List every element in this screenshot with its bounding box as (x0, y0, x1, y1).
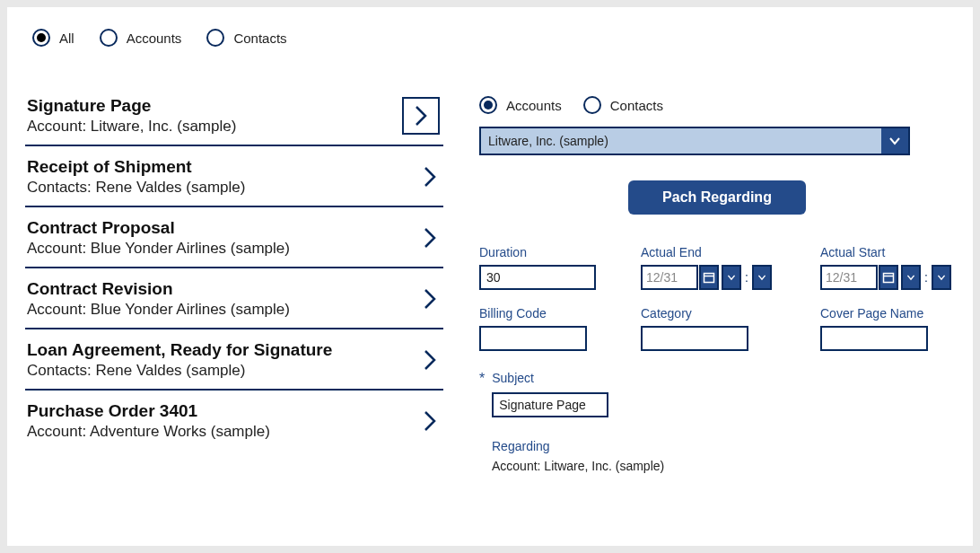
list-item-subtitle: Account: Litware, Inc. (sample) (27, 118, 395, 136)
chevron-right-icon (420, 225, 440, 250)
actual-start-date-input[interactable]: 12/31 (820, 265, 878, 290)
regarding-block: Regarding Account: Litware, Inc. (sample… (492, 439, 955, 473)
svg-rect-2 (884, 274, 894, 283)
filter-accounts-label: Accounts (127, 31, 182, 46)
filter-all-radio[interactable]: All (32, 29, 74, 47)
subject-input[interactable] (492, 392, 608, 417)
cover-page-input[interactable] (820, 326, 928, 351)
radio-icon (583, 96, 601, 114)
filter-all-label: All (59, 31, 74, 46)
subject-label: Subject (492, 371, 608, 385)
chevron-right-icon (420, 164, 440, 189)
chevron-right-icon (420, 347, 440, 373)
list-item[interactable]: Contract Revision Account: Blue Yonder A… (25, 268, 443, 329)
actual-start-field: Actual Start 12/31 : (820, 245, 955, 290)
detail-panel: Accounts Contacts Litware, Inc. (sample)… (470, 96, 955, 473)
list-item[interactable]: Contract Proposal Account: Blue Yonder A… (25, 207, 443, 268)
calendar-icon[interactable] (879, 265, 898, 290)
billing-code-label: Billing Code (479, 306, 614, 320)
cover-page-label: Cover Page Name (820, 306, 955, 320)
regarding-value: Account: Litware, Inc. (sample) (492, 459, 955, 473)
list-item-title: Signature Page (27, 96, 395, 116)
svg-rect-0 (704, 274, 714, 283)
account-dropdown[interactable]: Litware, Inc. (sample) (479, 127, 910, 155)
regarding-contacts-label: Contacts (610, 98, 663, 113)
dropdown-value: Litware, Inc. (sample) (481, 128, 881, 154)
records-list: Signature Page Account: Litware, Inc. (s… (25, 96, 443, 473)
billing-code-field: Billing Code (479, 306, 614, 351)
filter-contacts-radio[interactable]: Contacts (206, 29, 286, 47)
radio-icon (206, 29, 224, 47)
filter-accounts-radio[interactable]: Accounts (100, 29, 182, 47)
chevron-right-icon (411, 103, 431, 128)
list-item-subtitle: Contacts: Rene Valdes (sample) (27, 362, 420, 380)
filter-contacts-label: Contacts (233, 31, 286, 46)
list-item-subtitle: Contacts: Rene Valdes (sample) (27, 179, 420, 197)
regarding-accounts-radio[interactable]: Accounts (479, 96, 562, 114)
expand-button[interactable] (402, 97, 440, 135)
radio-icon (32, 29, 50, 47)
chevron-down-icon[interactable] (881, 128, 908, 154)
app-window: All Accounts Contacts Signature Page Acc… (7, 7, 973, 546)
regarding-contacts-radio[interactable]: Contacts (583, 96, 663, 114)
time-colon: : (744, 270, 749, 285)
list-item-title: Contract Proposal (27, 218, 420, 238)
actual-end-label: Actual End (641, 245, 793, 259)
minute-dropdown[interactable] (752, 265, 772, 290)
time-colon: : (923, 270, 929, 285)
calendar-icon[interactable] (699, 265, 719, 290)
radio-icon (479, 96, 497, 114)
category-input[interactable] (641, 326, 748, 351)
list-item[interactable]: Signature Page Account: Litware, Inc. (s… (25, 96, 443, 146)
list-item-title: Receipt of Shipment (27, 157, 420, 177)
actual-start-label: Actual Start (820, 245, 955, 259)
subject-field: Subject (492, 371, 608, 417)
list-item-title: Contract Revision (27, 279, 420, 299)
top-filter-row: All Accounts Contacts (25, 29, 955, 47)
category-label: Category (641, 306, 793, 320)
form-grid: Duration Actual End 12/31 : (479, 245, 955, 351)
radio-icon (100, 29, 118, 47)
hour-dropdown[interactable] (901, 265, 921, 290)
list-item[interactable]: Purchase Order 3401 Account: Adventure W… (25, 391, 443, 450)
regarding-label: Regarding (492, 439, 955, 453)
chevron-right-icon (420, 286, 440, 312)
regarding-type-row: Accounts Contacts (479, 96, 955, 114)
duration-input[interactable] (479, 265, 596, 290)
actual-end-field: Actual End 12/31 : (641, 245, 793, 290)
list-item-subtitle: Account: Blue Yonder Airlines (sample) (27, 240, 420, 258)
category-field: Category (641, 306, 793, 351)
list-item-subtitle: Account: Blue Yonder Airlines (sample) (27, 301, 420, 319)
list-item[interactable]: Receipt of Shipment Contacts: Rene Valde… (25, 146, 443, 207)
regarding-accounts-label: Accounts (506, 98, 562, 113)
pach-regarding-button[interactable]: Pach Regarding (628, 180, 806, 215)
actual-end-date-input[interactable]: 12/31 (641, 265, 698, 290)
duration-label: Duration (479, 245, 614, 259)
chevron-right-icon (420, 408, 440, 434)
required-asterisk: * (479, 371, 485, 387)
minute-dropdown[interactable] (932, 265, 951, 290)
cover-page-field: Cover Page Name (820, 306, 955, 351)
list-item[interactable]: Loan Agreement, Ready for Signature Cont… (25, 329, 443, 391)
billing-code-input[interactable] (479, 326, 587, 351)
list-item-subtitle: Account: Adventure Works (sample) (27, 423, 420, 441)
list-item-title: Loan Agreement, Ready for Signature (27, 340, 420, 360)
duration-field: Duration (479, 245, 614, 290)
hour-dropdown[interactable] (722, 265, 741, 290)
list-item-title: Purchase Order 3401 (27, 401, 420, 421)
